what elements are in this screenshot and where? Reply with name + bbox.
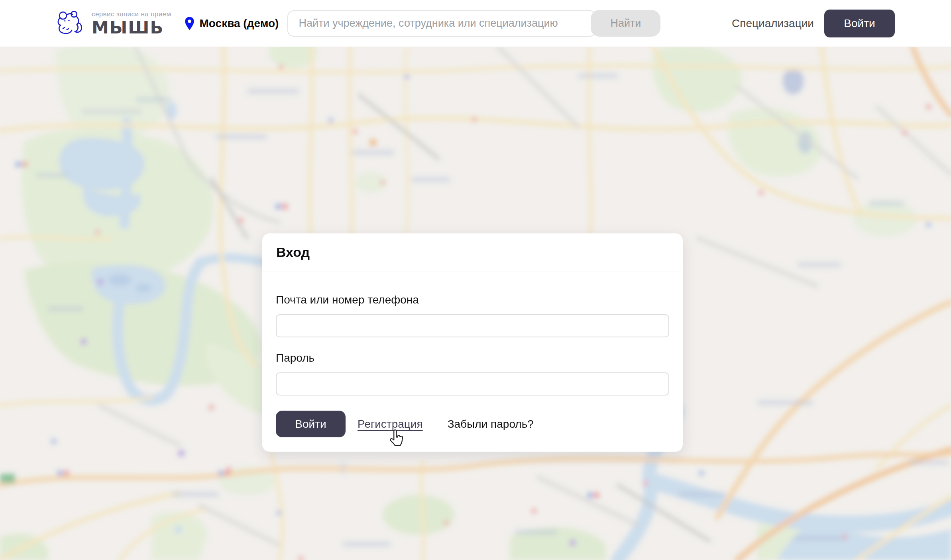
- login-submit-button[interactable]: Войти: [276, 411, 346, 437]
- email-or-phone-input[interactable]: [276, 314, 669, 337]
- header-login-button[interactable]: Войти: [824, 10, 895, 37]
- password-field-label: Пароль: [276, 352, 669, 364]
- mouse-logo-icon: [56, 8, 84, 39]
- city-selector[interactable]: Москва (демо): [184, 16, 279, 31]
- login-modal: Вход Почта или номер телефона Пароль Вой…: [262, 233, 683, 452]
- brand-text: сервис записи на прием МЫШЬ: [92, 10, 171, 37]
- password-field-group: Пароль: [276, 352, 669, 396]
- login-modal-title: Вход: [276, 245, 669, 260]
- search-button[interactable]: Найти: [591, 10, 660, 37]
- nav-specializations-link[interactable]: Специализации: [732, 17, 814, 30]
- location-pin-icon: [184, 16, 195, 31]
- password-input[interactable]: [276, 372, 669, 396]
- forgot-password-link[interactable]: Забыли пароль?: [448, 418, 534, 431]
- current-city-label: Москва (демо): [200, 17, 279, 30]
- search-input[interactable]: [287, 10, 596, 37]
- login-modal-header: Вход: [262, 233, 683, 272]
- login-modal-body: Почта или номер телефона Пароль Войти Ре…: [262, 272, 683, 452]
- login-page: сервис записи на прием МЫШЬ Москва (демо…: [0, 0, 951, 560]
- brand-name: МЫШЬ: [92, 18, 171, 37]
- app-header: сервис записи на прием МЫШЬ Москва (демо…: [0, 0, 951, 47]
- brand-tagline: сервис записи на прием: [92, 10, 171, 18]
- search-bar: Найти: [287, 10, 660, 37]
- login-field-label: Почта или номер телефона: [276, 294, 669, 306]
- register-link[interactable]: Регистрация: [358, 418, 423, 431]
- login-actions-row: Войти Регистрация Забыли пароль?: [276, 411, 669, 437]
- brand-logo[interactable]: сервис записи на прием МЫШЬ: [56, 8, 171, 39]
- login-field-group: Почта или номер телефона: [276, 294, 669, 337]
